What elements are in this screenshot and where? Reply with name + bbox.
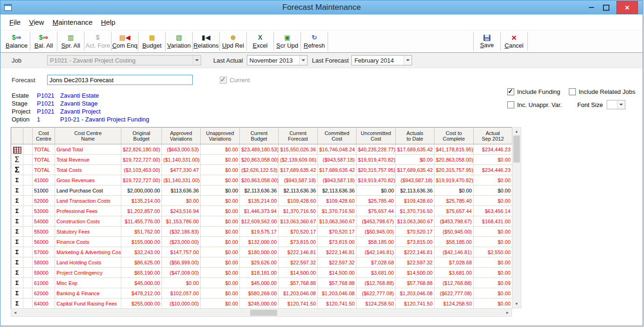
menu-item-maintenance[interactable]: Maintenance [48, 14, 97, 30]
hierarchy-code-link[interactable]: P1021 [37, 107, 60, 115]
cell-cost-centre-name[interactable]: Total Costs [55, 165, 121, 175]
cell-cost-centre-name[interactable]: Total Revenue [55, 155, 121, 165]
cell-value[interactable]: $12,609,562.00 [240, 216, 279, 227]
cell-value[interactable]: $57,768.88 [318, 278, 357, 288]
cell-value[interactable]: ($12,768.88) [357, 278, 396, 288]
variation-button[interactable]: ▧Variation [166, 30, 192, 52]
cell-value[interactable]: $0.00 [357, 185, 396, 196]
vertical-scrollbar[interactable]: ▲ ▼ [512, 127, 521, 308]
cell-value[interactable]: $2,113,636.36 [318, 185, 357, 196]
cell-value[interactable]: $41,178,815.95) [434, 144, 474, 155]
cell-value[interactable]: $13,063,360.67 [396, 216, 434, 227]
excel-button[interactable]: XExcel [247, 30, 273, 52]
cell-value[interactable]: $16,746,048.24 [318, 144, 357, 155]
cell-value[interactable]: $13,063,360.67 [318, 216, 357, 227]
cell-value[interactable]: $0.09 [474, 278, 512, 288]
cell-cost-centre-name[interactable]: Land Holding Costs [55, 257, 121, 268]
cell-value[interactable]: $109,428.60 [279, 196, 318, 206]
cell-value[interactable]: $234,446.23 [474, 144, 512, 155]
cell-value[interactable]: $1,153,786.00 [162, 216, 201, 227]
include-funding-checkbox[interactable]: Include Funding [507, 88, 569, 95]
cell-value[interactable]: ($622,777.08) [434, 288, 474, 299]
menu-item-file[interactable]: File [5, 14, 25, 30]
cell-cost-centre[interactable]: TOTAL [33, 155, 55, 165]
cell-value[interactable]: $0.00 [474, 237, 512, 247]
include-related-jobs-checkbox[interactable]: Include Related Jobs [569, 88, 641, 95]
cell-value[interactable]: $13,063,360.67 [279, 216, 318, 227]
cell-value[interactable]: $7,028.68 [434, 257, 474, 268]
cell-value[interactable]: $20,315,757.95) [357, 165, 396, 175]
horizontal-scrollbar[interactable]: ◄ ► [11, 309, 512, 317]
cell-cost-centre[interactable]: 62000 [33, 288, 55, 299]
cell-cost-centre-name[interactable]: Project Contingency [55, 268, 121, 278]
cell-value[interactable]: $3,681.00 [357, 268, 396, 278]
row-summary-cell[interactable]: Σ [11, 268, 23, 278]
save-button[interactable]: Save [474, 30, 500, 52]
cell-value[interactable]: $0.00 [474, 257, 512, 268]
cell-value[interactable]: $22,597.32 [396, 257, 434, 268]
com-enq-button[interactable]: ▤◀Com Enq [112, 30, 138, 52]
cell-value[interactable]: $17,689,635.42 [396, 165, 434, 175]
cell-value[interactable]: $0.00 [201, 257, 240, 268]
cell-cost-centre-name[interactable]: Land Transaction Costs [55, 196, 121, 206]
cell-cost-centre-name[interactable]: Grand Total [55, 144, 121, 155]
cell-cost-centre-name[interactable]: Professional Fees [55, 206, 121, 216]
cell-value[interactable]: $478,212.00 [121, 288, 162, 299]
cell-value[interactable]: $222,146.81 [279, 247, 318, 257]
cell-value[interactable]: $477,330.47 [162, 165, 201, 175]
cell-value[interactable]: $22,597.32 [279, 257, 318, 268]
minimize-button[interactable] [584, 1, 599, 14]
cell-cost-centre[interactable]: TOTAL [33, 165, 55, 175]
cell-cost-centre-name[interactable]: Land Purchase Cost [55, 185, 121, 196]
cell-value[interactable]: $19,575.17 [240, 227, 279, 237]
cell-cost-centre[interactable]: 54000 [33, 216, 55, 227]
cell-value[interactable]: $70,520.17 [318, 227, 357, 237]
cell-value[interactable]: ($42,146.81) [434, 247, 474, 257]
cell-value[interactable]: $57,768.88 [396, 278, 434, 288]
cell-value[interactable]: $0.00 [201, 155, 240, 165]
row-summary-cell[interactable]: Σ [11, 216, 23, 227]
cell-value[interactable]: $120,741.50 [318, 299, 357, 309]
relations-button[interactable]: ▮◀Relations [193, 30, 219, 52]
cell-value[interactable]: $70,520.17 [279, 227, 318, 237]
row-summary-cell[interactable]: Σ [11, 288, 23, 299]
cell-value[interactable]: $17,689,635.42 [279, 165, 318, 175]
cell-value[interactable]: $20,863,058.00) [240, 155, 279, 165]
cell-value[interactable]: $1,203,046.08 [279, 288, 318, 299]
cell-value[interactable]: $45,000.00 [121, 278, 162, 288]
cell-value[interactable]: ($3,103,453.00) [121, 165, 162, 175]
cell-cost-centre-name[interactable]: Statutory Fees [55, 227, 121, 237]
cell-value[interactable]: $75,657.44 [434, 206, 474, 216]
cell-value[interactable]: $19,919,470.82) [357, 175, 396, 185]
cell-value[interactable]: $0.00 [474, 185, 512, 196]
vertical-scroll-thumb[interactable] [513, 135, 520, 163]
cell-value[interactable]: ($32,186.83) [162, 227, 201, 237]
cell-value[interactable]: $58,185.00 [357, 237, 396, 247]
hierarchy-code-link[interactable]: 1 [37, 115, 60, 123]
cell-cost-centre-name[interactable]: Gross Revenues [55, 175, 121, 185]
scroll-down-icon[interactable]: ▼ [512, 300, 521, 308]
cell-value[interactable]: ($622,777.08) [357, 288, 396, 299]
cell-value[interactable]: $2,550.00 [474, 247, 512, 257]
row-summary-cell[interactable] [11, 144, 23, 155]
cell-value[interactable]: $25,785.40 [434, 196, 474, 206]
cell-value[interactable]: ($23,000.00) [162, 237, 201, 247]
cell-cost-centre-name[interactable]: Finance Costs [55, 237, 121, 247]
cell-value[interactable]: $0.00 [201, 175, 240, 185]
cell-value[interactable]: $20,315,757.95) [434, 165, 474, 175]
cell-cost-centre[interactable]: 56000 [33, 237, 55, 247]
cell-cost-centre[interactable]: 61000 [33, 278, 55, 288]
cell-value[interactable]: $0.00 [201, 299, 240, 309]
cell-value[interactable]: $70,520.17 [396, 227, 434, 237]
cell-cost-centre[interactable]: 41000 [33, 175, 55, 185]
cell-value[interactable]: $2,113,636.36 [279, 185, 318, 196]
row-summary-cell[interactable]: Σ [11, 196, 23, 206]
cell-value[interactable]: $234,446.23 [474, 165, 512, 175]
cell-value[interactable]: $0.00 [474, 227, 512, 237]
cell-value[interactable]: $0.00 [201, 227, 240, 237]
cell-value[interactable]: ($663,000.53) [162, 144, 201, 155]
cell-value[interactable]: ($453,798.67) [357, 216, 396, 227]
horizontal-scroll-thumb[interactable] [250, 310, 277, 316]
cell-value[interactable]: $0.00 [201, 288, 240, 299]
row-summary-cell[interactable]: Σ [11, 299, 23, 309]
